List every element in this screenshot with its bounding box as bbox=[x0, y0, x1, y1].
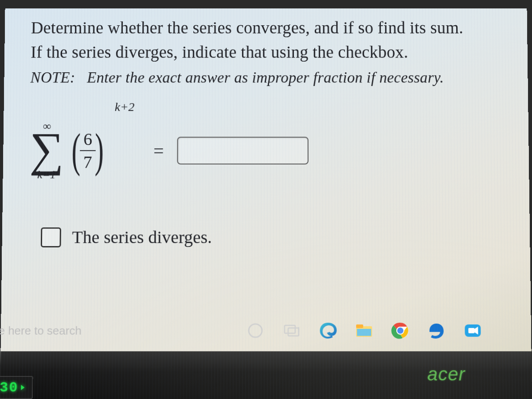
problem-statement: Determine whether the series converges, … bbox=[31, 16, 515, 64]
camera-app-icon[interactable] bbox=[463, 321, 482, 340]
sigma-icon: ∞ ∑ k=1 bbox=[29, 121, 64, 180]
svg-rect-6 bbox=[357, 329, 371, 336]
fraction-numerator: 6 bbox=[83, 130, 92, 149]
edge-icon[interactable] bbox=[318, 321, 338, 340]
taskbar: pe here to search bbox=[0, 311, 532, 350]
led-indicator: 30 bbox=[0, 376, 33, 399]
svg-rect-1 bbox=[285, 325, 295, 333]
summation-expression: ∞ ∑ k=1 ( 6 7 ) k+2 bbox=[29, 121, 134, 180]
fraction-denominator: 7 bbox=[83, 153, 92, 172]
taskbar-icons bbox=[246, 321, 482, 340]
file-explorer-icon[interactable] bbox=[354, 321, 374, 340]
edge-legacy-icon[interactable] bbox=[427, 321, 446, 340]
fraction: 6 7 bbox=[80, 130, 96, 172]
sigma-symbol: ∑ bbox=[29, 131, 64, 168]
cortana-circle-icon[interactable] bbox=[246, 321, 265, 340]
note-label: NOTE: bbox=[30, 69, 75, 86]
diverges-checkbox[interactable] bbox=[41, 227, 61, 247]
fraction-bar bbox=[80, 150, 96, 151]
problem-page: Determine whether the series converges, … bbox=[2, 8, 530, 266]
note-line: NOTE: Enter the exact answer as improper… bbox=[30, 69, 515, 86]
note-body: Enter the exact answer as improper fract… bbox=[87, 69, 444, 86]
equals-sign: = bbox=[153, 140, 164, 161]
svg-rect-2 bbox=[288, 328, 299, 336]
sigma-lower-bound: k=1 bbox=[37, 169, 56, 180]
chrome-icon[interactable] bbox=[391, 321, 410, 340]
acer-logo: acer bbox=[427, 364, 466, 385]
base-fraction: ( 6 7 ) bbox=[68, 130, 107, 172]
problem-line-1: Determine whether the series converges, … bbox=[31, 19, 463, 37]
svg-point-0 bbox=[249, 324, 262, 337]
diverges-row: The series diverges. bbox=[39, 226, 517, 249]
task-view-icon[interactable] bbox=[282, 321, 301, 340]
svg-rect-11 bbox=[468, 328, 474, 333]
left-paren-icon: ( bbox=[72, 134, 81, 167]
exponent: k+2 bbox=[115, 100, 135, 114]
problem-line-2: If the series diverges, indicate that us… bbox=[31, 43, 408, 61]
led-value: 30 bbox=[0, 379, 19, 396]
answer-input[interactable] bbox=[177, 137, 309, 164]
play-triangle-icon bbox=[21, 385, 24, 390]
svg-rect-5 bbox=[356, 325, 363, 328]
equation-row: ∞ ∑ k=1 ( 6 7 ) k+2 = bbox=[29, 121, 516, 180]
diverges-label: The series diverges. bbox=[72, 227, 212, 247]
taskbar-search-text[interactable]: pe here to search bbox=[0, 324, 82, 337]
right-paren-icon: ) bbox=[95, 134, 104, 167]
